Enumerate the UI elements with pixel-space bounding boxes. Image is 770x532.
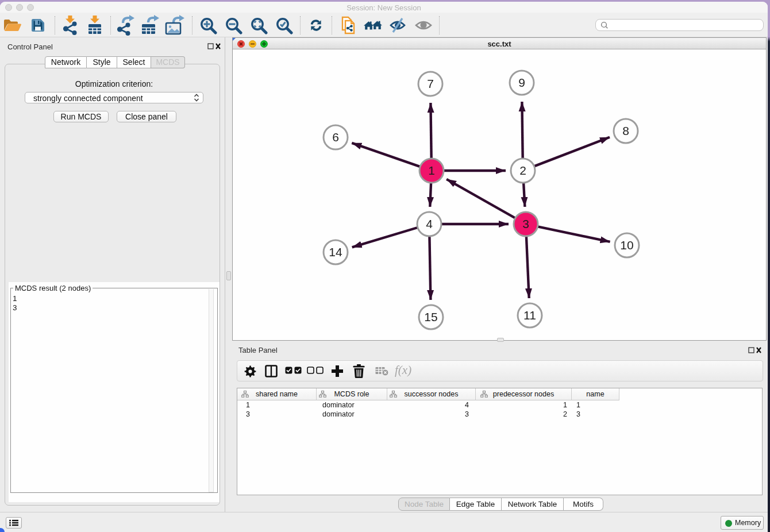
- svg-text:7: 7: [427, 77, 434, 90]
- svg-text:1: 1: [428, 164, 435, 177]
- svg-text:6: 6: [332, 130, 339, 144]
- svg-text:14: 14: [329, 245, 342, 259]
- svg-text:2: 2: [519, 164, 526, 177]
- svg-text:8: 8: [622, 124, 629, 137]
- svg-text:4: 4: [426, 217, 433, 230]
- svg-text:3: 3: [522, 217, 529, 230]
- svg-text:15: 15: [424, 310, 437, 323]
- svg-text:11: 11: [523, 309, 536, 322]
- svg-text:9: 9: [518, 76, 525, 89]
- svg-text:10: 10: [620, 238, 633, 252]
